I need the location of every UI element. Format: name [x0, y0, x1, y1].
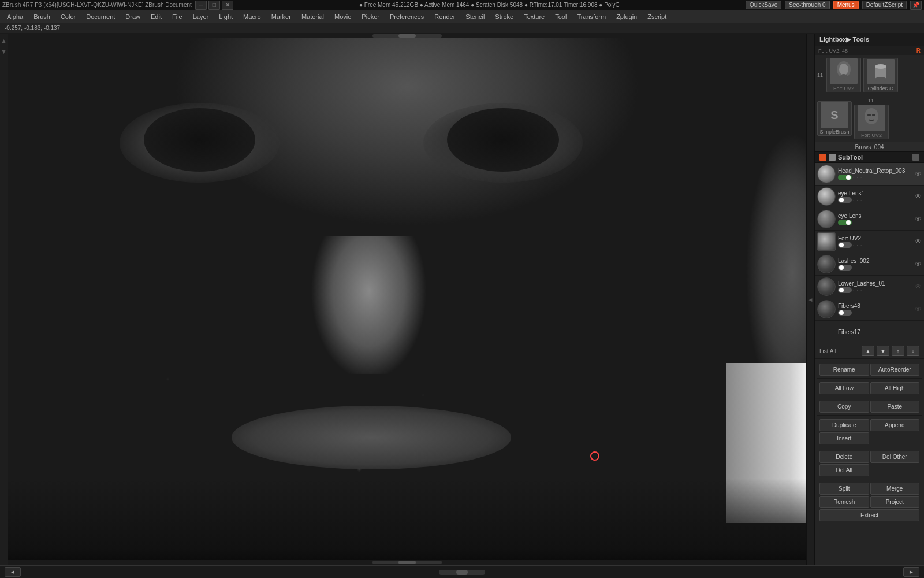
menu-document[interactable]: Document: [81, 12, 120, 21]
subtool-list[interactable]: Head_Neutral_Retop_003 · · · 👁 eye Lens1…: [815, 163, 924, 343]
foruv2-thumb: [817, 232, 836, 251]
canvas-top-scrollbar[interactable]: [8, 34, 806, 38]
lowerlashes-toggle[interactable]: [838, 287, 852, 293]
bottom-left-btn[interactable]: ◄: [5, 567, 21, 577]
bottom-scrollbar-thumb[interactable]: [398, 561, 416, 564]
list-item-eyelens1[interactable]: eye Lens1 · · · 👁: [815, 186, 924, 208]
list-item-lowerlashes[interactable]: Lower_Lashes_01 · · · 👁: [815, 276, 924, 298]
fibers48-toggle[interactable]: [838, 310, 852, 316]
menu-transform[interactable]: Transform: [572, 12, 610, 21]
left-panel-arrow-up[interactable]: ▲: [1, 37, 8, 45]
canvas-area[interactable]: [8, 34, 806, 565]
list-arrow-down[interactable]: ▼: [877, 346, 889, 356]
menu-file[interactable]: File: [167, 12, 187, 21]
foruv2-visibility-icon[interactable]: 👁: [915, 238, 922, 246]
merge-button[interactable]: Merge: [870, 483, 920, 495]
delete-button[interactable]: Delete: [819, 451, 869, 463]
split-button[interactable]: Split: [819, 483, 869, 495]
menu-preferences[interactable]: Preferences: [385, 12, 429, 21]
top-scrollbar-track[interactable]: [372, 34, 442, 38]
menu-layer[interactable]: Layer: [188, 12, 214, 21]
minimize-icon[interactable]: ─: [195, 1, 207, 10]
lowerlashes-visibility-icon[interactable]: 👁: [915, 283, 922, 291]
tool-thumb-simplebrush[interactable]: S SimpleBrush: [817, 101, 852, 136]
list-item-head[interactable]: Head_Neutral_Retop_003 · · · 👁: [815, 163, 924, 186]
menu-material[interactable]: Material: [297, 12, 329, 21]
menu-alpha[interactable]: Alpha: [2, 12, 28, 21]
menu-marker[interactable]: Marker: [267, 12, 296, 21]
foruv2-info: For: UV2 · · ·: [838, 235, 912, 248]
lightbox-tools-header[interactable]: Lightbox▶ Tools: [815, 34, 924, 46]
list-arrow-move-up[interactable]: ↑: [892, 346, 904, 356]
bottom-scrollbar-h-thumb[interactable]: [456, 570, 468, 575]
eyelens-toggle[interactable]: [838, 220, 852, 225]
menu-zscript[interactable]: Zscript: [643, 12, 671, 21]
list-item-foruv2[interactable]: For: UV2 · · · 👁: [815, 231, 924, 253]
maximize-icon[interactable]: □: [208, 1, 220, 10]
menu-edit[interactable]: Edit: [146, 12, 166, 21]
head-visibility-icon[interactable]: 👁: [915, 170, 922, 178]
head-toggle[interactable]: [838, 175, 852, 180]
menu-color[interactable]: Color: [56, 12, 80, 21]
list-item-fibers48[interactable]: Fibers48 · · · 👁: [815, 298, 924, 321]
menu-picker[interactable]: Picker: [357, 12, 384, 21]
list-item-fibers17[interactable]: Fibers17: [815, 321, 924, 343]
remesh-button[interactable]: Remesh: [819, 496, 869, 508]
lashes002-visibility-icon[interactable]: 👁: [915, 260, 922, 268]
del-all-button[interactable]: Del All: [819, 464, 869, 476]
menu-tool[interactable]: Tool: [550, 12, 571, 21]
menus-button[interactable]: Menus: [833, 1, 859, 9]
extract-button[interactable]: Extract: [819, 509, 919, 521]
list-arrow-move-down[interactable]: ↓: [907, 346, 919, 356]
bottom-scrollbar-track[interactable]: [372, 561, 442, 564]
append-button[interactable]: Append: [870, 419, 920, 431]
menu-macro[interactable]: Macro: [239, 12, 266, 21]
duplicate-button[interactable]: Duplicate: [819, 419, 869, 431]
menu-texture[interactable]: Texture: [519, 12, 549, 21]
project-button[interactable]: Project: [870, 496, 920, 508]
quicksave-button[interactable]: QuickSave: [746, 1, 781, 9]
right-panel-collapse[interactable]: ◄: [806, 34, 814, 565]
tool-thumb-cylinder[interactable]: Cylinder3D: [863, 58, 898, 92]
del-other-button[interactable]: Del Other: [870, 451, 920, 463]
menu-stencil[interactable]: Stencil: [461, 12, 489, 21]
action-grid-3: Copy Paste: [817, 398, 922, 416]
lashes002-toggle[interactable]: [838, 265, 852, 271]
tool-thumb-head[interactable]: For: UV2: [826, 58, 861, 92]
paste-button[interactable]: Paste: [870, 401, 920, 413]
eyelens-visibility-icon[interactable]: 👁: [915, 215, 922, 223]
fibers48-visibility-icon[interactable]: 👁: [915, 305, 922, 313]
canvas-bottom-scrollbar[interactable]: [8, 560, 806, 565]
foruv2-toggle-row: · · ·: [838, 242, 912, 248]
all-low-button[interactable]: All Low: [819, 382, 869, 394]
tool-thumb-head2[interactable]: For: UV2: [854, 105, 889, 139]
menu-draw[interactable]: Draw: [121, 12, 145, 21]
bottom-scrollbar-h[interactable]: [439, 570, 485, 575]
list-item-lashes002[interactable]: Lashes_002 · · · 👁: [815, 253, 924, 276]
list-item-eyelens[interactable]: eye Lens · · · 👁: [815, 208, 924, 231]
menu-render[interactable]: Render: [430, 12, 460, 21]
simplebrush-label: SimpleBrush: [819, 129, 849, 135]
menu-zplugin[interactable]: Zplugin: [612, 12, 642, 21]
foruv2-toggle[interactable]: [838, 242, 852, 248]
bottom-right-btn[interactable]: ►: [903, 567, 919, 577]
top-scrollbar-thumb[interactable]: [398, 34, 416, 38]
all-high-button[interactable]: All High: [870, 382, 920, 394]
menu-light[interactable]: Light: [214, 12, 237, 21]
left-panel-arrow-down[interactable]: ▼: [1, 47, 8, 55]
menu-movie[interactable]: Movie: [330, 12, 356, 21]
menu-brush[interactable]: Brush: [29, 12, 55, 21]
menu-stroke[interactable]: Stroke: [490, 12, 518, 21]
eyelens1-toggle[interactable]: [838, 197, 852, 203]
close-icon[interactable]: ✕: [222, 1, 233, 10]
copy-button[interactable]: Copy: [819, 401, 869, 413]
pin-icon[interactable]: 📌: [910, 1, 922, 10]
auto-reorder-button[interactable]: AutoReorder: [870, 364, 920, 376]
insert-button[interactable]: Insert: [819, 432, 869, 444]
list-arrow-up[interactable]: ▲: [862, 346, 874, 356]
rename-button[interactable]: Rename: [819, 364, 869, 376]
eyelens1-visibility-icon[interactable]: 👁: [915, 192, 922, 201]
defaultzscript-button[interactable]: DefaultZScript: [862, 1, 907, 9]
subtool-settings-icon[interactable]: [912, 154, 919, 161]
see-through-button[interactable]: See-through 0: [785, 1, 829, 9]
